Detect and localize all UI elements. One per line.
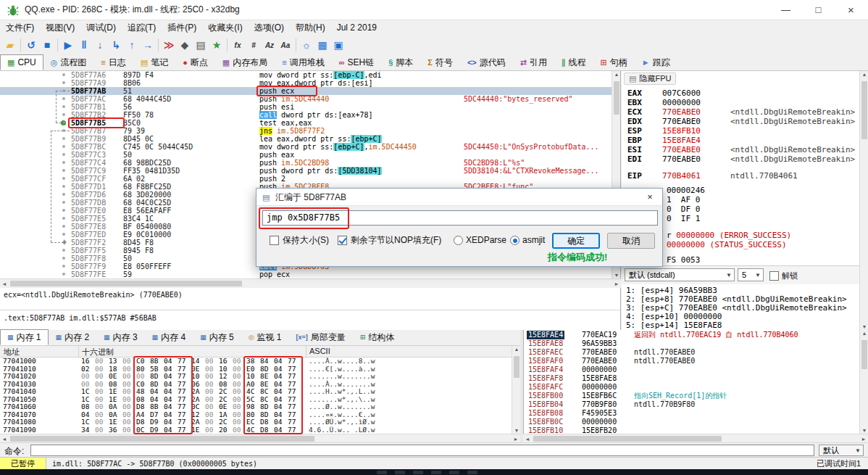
scroll-thumb[interactable] (861, 340, 867, 369)
menu-item[interactable]: 收藏夹(I) (202, 20, 248, 36)
tab-memory-map[interactable]: ▦内存布局 (215, 54, 275, 70)
nop-fill-label[interactable]: 剩余字节以NOP填充(F) (351, 235, 441, 245)
scroll-thumb[interactable] (514, 356, 519, 378)
memory-row[interactable]: 7704100016001300C08B04771400160038840477… (0, 358, 512, 365)
stack-row[interactable]: 15E8FAE896A59BB3 (524, 339, 859, 348)
register-value[interactable]: 770EABE0 (662, 145, 701, 154)
menu-item[interactable]: 调试(D) (80, 20, 122, 36)
asmjit-radio[interactable] (510, 236, 519, 245)
register-row[interactable]: EIP770B4061ntdll.770B4061 (622, 171, 858, 181)
labels-icon[interactable]: Aa (277, 37, 293, 53)
disasm-row[interactable]: 5D8F77B156push esi (0, 103, 612, 111)
scroll-right-icon[interactable]: ► (860, 437, 867, 442)
command-input[interactable] (30, 445, 814, 456)
memory-row[interactable]: 7704107004000A00A4D7047712001A00808D0477… (0, 411, 512, 419)
calculator-icon[interactable]: fx (230, 37, 246, 53)
stack-row[interactable]: 15E8FB1015E8FB20 (524, 426, 859, 434)
scroll-up-icon[interactable]: ▲ (612, 72, 621, 77)
dialog-title-bar[interactable]: ▤ 汇编于 5D8F77AB × (256, 189, 662, 206)
tab-cpu[interactable]: ▦CPU (0, 54, 43, 70)
register-row[interactable]: EDX770EABE0<ntdll.DbgUiRemoteBreakin> (622, 117, 858, 126)
tab-threads[interactable]: ∥线程 (554, 54, 593, 70)
disasm-row[interactable]: 5D8F77AB51push ecx (0, 87, 612, 95)
hide-fpu-button[interactable]: ▤隐藏FPU (624, 73, 676, 85)
close-button[interactable]: × (835, 0, 867, 20)
disasm-row[interactable]: 5D8F77FE59pop ecx (0, 270, 612, 278)
disasm-row[interactable]: 5D8F77AC68 4044C45Dpush im.5DC444405DC44… (0, 95, 612, 103)
tab-memory-3[interactable]: ▦内存 3 (96, 329, 145, 345)
memory-vscrollbar[interactable]: ▲ ▼ (512, 346, 520, 434)
memory-row[interactable]: 770410401C001E00480404772A002C004C8C0477… (0, 388, 512, 396)
stack-row[interactable]: 15E8FB0C00000000 (524, 418, 859, 426)
ok-button[interactable]: 确定 (552, 233, 600, 249)
nop-fill-checkbox[interactable] (338, 236, 347, 245)
command-mode-select[interactable]: 默认▼ (819, 445, 864, 456)
stack-row[interactable]: 15E8FB08F45905E3 (524, 409, 859, 418)
keep-size-label[interactable]: 保持大小(S) (283, 235, 329, 245)
disasm-row[interactable]: 5D8F77B98D45 0Clea eax,dword ptr ss:[ebp… (0, 135, 612, 143)
comments-icon[interactable]: Az (262, 37, 277, 53)
log-window-icon[interactable]: ▤ (193, 37, 209, 53)
dialog-close-icon[interactable]: × (638, 189, 662, 206)
disasm-row[interactable]: 5D8F77B779 39jns im.5D8F77F2 (0, 127, 612, 135)
stop-icon[interactable]: ■ (39, 37, 55, 53)
menu-item[interactable]: 插件(P) (162, 20, 202, 36)
favourites-icon[interactable]: ★ (209, 37, 225, 53)
registers-vscrollbar[interactable]: ▲ ▼ (859, 71, 868, 330)
memory-row[interactable]: 7704103000000800C08D047706000800A08E0477… (0, 381, 512, 389)
stack-row[interactable]: 15E8FAF400000000 (524, 365, 859, 374)
scroll-down-icon[interactable]: ▼ (860, 324, 868, 329)
disasm-hscrollbar[interactable]: ◄ ► (0, 278, 621, 288)
memory-row[interactable]: 77041090340036000CD904771E0020004CD80477… (0, 426, 512, 434)
settings-icon[interactable]: ☼ (299, 37, 314, 53)
stack-row[interactable]: 15E8FAF0770EABE0ntdll.770EABE0 (524, 357, 859, 365)
animate-icon[interactable]: ≫ (161, 37, 177, 53)
disasm-row[interactable]: 5D8F77C468 98BDC25Dpush im.5DC2BD985DC2B… (0, 159, 612, 167)
scroll-left-icon[interactable]: ◄ (1, 437, 8, 442)
tab-locals[interactable]: [x=]局部变量 (289, 329, 353, 345)
maximize-button[interactable]: □ (802, 0, 835, 20)
register-value[interactable]: 00000000 (662, 98, 701, 107)
disasm-row[interactable]: 5D8F77CF6A 02push 2 (0, 175, 612, 183)
scroll-thumb[interactable] (533, 436, 722, 442)
register-row[interactable]: EDI770EABE0<ntdll.DbgUiRemoteBreakin> (622, 154, 858, 164)
argument-row[interactable]: 5: [esp+14] 15E8FAE8 (626, 321, 722, 330)
assemble-input[interactable]: jmp 0x5D8F77B5 (262, 210, 658, 226)
stack-row[interactable]: 15E8FAE4770EAC19返回到 ntdll.770EAC19 自 ntd… (524, 331, 859, 339)
tab-watch-1[interactable]: ◎监视 1 (241, 329, 289, 345)
asmjit-label[interactable]: asmjit (522, 235, 545, 245)
scroll-right-icon[interactable]: ► (512, 437, 519, 442)
restart-icon[interactable]: ↺ (23, 37, 39, 53)
trace-icon[interactable]: ◆ (177, 37, 193, 53)
run-icon[interactable]: ▶ (60, 37, 76, 53)
register-value[interactable]: 007C6000 (662, 88, 701, 98)
memory-window-icon[interactable]: ▣ (330, 37, 346, 53)
disasm-row[interactable]: 5D8F77B585C0test eax,eax (0, 119, 612, 127)
tab-call-stack[interactable]: ≡调用堆栈 (275, 54, 331, 70)
register-row[interactable]: EBP15E8FAE4 (622, 136, 858, 145)
tab-memory-5[interactable]: ▦内存 5 (193, 329, 241, 345)
menu-item[interactable]: 视图(V) (40, 20, 80, 36)
scroll-up-icon[interactable]: ▲ (860, 331, 868, 336)
tab-graph[interactable]: ◎流程图 (43, 54, 94, 70)
pause-icon[interactable]: ‖ (76, 37, 92, 53)
stack-vscrollbar[interactable]: ▲ ▼ (859, 330, 868, 434)
menu-item[interactable]: 文件(F) (0, 20, 40, 36)
run-to-cursor-icon[interactable]: → (140, 37, 156, 53)
disasm-row[interactable]: 5D8F77A98B06mov eax,dword ptr ds:[esi] (0, 79, 612, 87)
register-value[interactable]: 15E8FB10 (662, 126, 701, 136)
tab-log[interactable]: ≡日志 (93, 54, 133, 70)
step-over-icon[interactable]: ↳ (108, 37, 124, 53)
scroll-down-icon[interactable]: ▼ (860, 428, 868, 433)
stack-row[interactable]: 15E8FAFC00000000 (524, 383, 859, 392)
disasm-row[interactable]: 5D8F77BCC745 0C 5044C45Dmov dword ptr ss… (0, 143, 612, 151)
scroll-right-icon[interactable]: ► (613, 281, 620, 286)
xedparse-label[interactable]: XEDParse (466, 235, 506, 245)
scroll-left-icon[interactable]: ◄ (1, 281, 8, 286)
open-file-icon[interactable]: ▰ (2, 37, 18, 53)
minimize-button[interactable]: — (769, 0, 802, 20)
tab-handles[interactable]: ⊞句柄 (593, 54, 635, 70)
register-value[interactable]: 770B4061 (662, 171, 701, 181)
tab-notes[interactable]: ▤笔记 (133, 54, 175, 70)
stack-row[interactable]: 15E8FB0015E8FB6C指向SEH_Record[1]的指针 (524, 392, 859, 400)
